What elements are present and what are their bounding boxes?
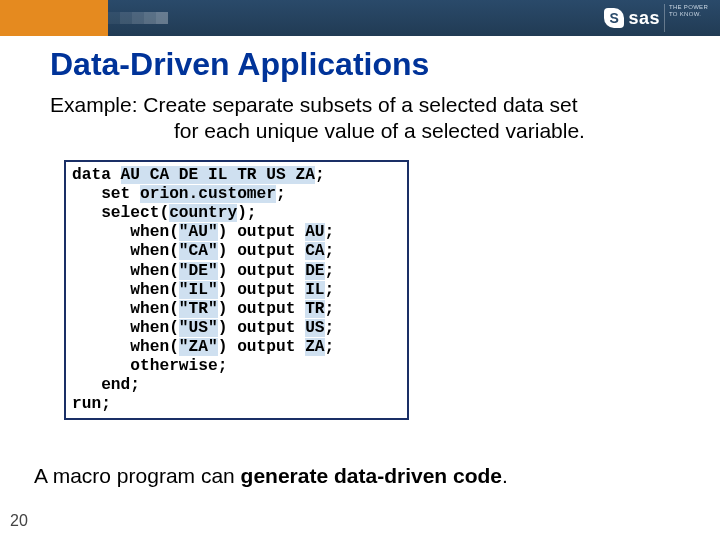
code-highlight: DE xyxy=(305,262,324,280)
sas-tagline: THE POWER TO KNOW. xyxy=(664,4,714,32)
code-text: when( xyxy=(72,338,179,356)
code-text: ) output xyxy=(218,242,305,260)
footer-post: . xyxy=(502,464,508,487)
code-highlight: "CA" xyxy=(179,242,218,260)
slide-title: Data-Driven Applications xyxy=(50,46,429,83)
code-text: when( xyxy=(72,300,179,318)
code-text: select( xyxy=(72,204,169,222)
page-number: 20 xyxy=(10,512,28,530)
code-highlight: TR xyxy=(305,300,324,318)
code-text: otherwise; xyxy=(72,357,227,375)
code-text: ) output xyxy=(218,223,305,241)
code-text: ) output xyxy=(218,300,305,318)
code-highlight: "AU" xyxy=(179,223,218,241)
code-highlight: "ZA" xyxy=(179,338,218,356)
code-text: ; xyxy=(325,281,335,299)
code-text: ) output xyxy=(218,319,305,337)
code-text: ) output xyxy=(218,281,305,299)
example-line-2: for each unique value of a selected vari… xyxy=(50,118,670,144)
example-line-1: Example: Create separate subsets of a se… xyxy=(50,93,578,116)
code-highlight: ZA xyxy=(305,338,324,356)
code-box: data AU CA DE IL TR US ZA; set orion.cus… xyxy=(64,160,409,420)
slide: Ssas THE POWER TO KNOW. Data-Driven Appl… xyxy=(0,0,720,540)
sas-logo-text: sas xyxy=(628,8,660,29)
code-highlight: "IL" xyxy=(179,281,218,299)
code-highlight: CA xyxy=(305,242,324,260)
footer-bold: generate data-driven code xyxy=(241,464,502,487)
code-text: ; xyxy=(325,338,335,356)
code-text: ; xyxy=(276,185,286,203)
code-text: ; xyxy=(325,262,335,280)
code-text: set xyxy=(72,185,140,203)
sas-logo-mark: S xyxy=(604,8,624,28)
code-text: ; xyxy=(315,166,325,184)
footer-sentence: A macro program can generate data-driven… xyxy=(34,464,508,488)
code-text: ); xyxy=(237,204,256,222)
code-text: end; xyxy=(72,376,140,394)
code-highlight: country xyxy=(169,204,237,222)
code-highlight: US xyxy=(305,319,324,337)
code-text: when( xyxy=(72,262,179,280)
code-text: when( xyxy=(72,319,179,337)
code-highlight: "TR" xyxy=(179,300,218,318)
code-text: run; xyxy=(72,395,111,413)
code-text: ; xyxy=(325,319,335,337)
code-text: when( xyxy=(72,281,179,299)
code-highlight: AU CA DE IL TR US ZA xyxy=(121,166,315,184)
code-text: data xyxy=(72,166,121,184)
code-highlight: AU xyxy=(305,223,324,241)
code-text: ) output xyxy=(218,338,305,356)
top-bar: Ssas THE POWER TO KNOW. xyxy=(0,0,720,36)
code-text: when( xyxy=(72,223,179,241)
code-text: ; xyxy=(325,300,335,318)
decorative-squares xyxy=(108,12,168,24)
accent-block xyxy=(0,0,108,36)
code-highlight: "US" xyxy=(179,319,218,337)
footer-pre: A macro program can xyxy=(34,464,241,487)
code-text: ; xyxy=(325,242,335,260)
code-highlight: "DE" xyxy=(179,262,218,280)
code-text: when( xyxy=(72,242,179,260)
code-highlight: orion.customer xyxy=(140,185,276,203)
sas-logo: Ssas xyxy=(604,6,660,30)
code-text: ; xyxy=(325,223,335,241)
code-text: ) output xyxy=(218,262,305,280)
code-highlight: IL xyxy=(305,281,324,299)
example-text: Example: Create separate subsets of a se… xyxy=(50,92,670,145)
